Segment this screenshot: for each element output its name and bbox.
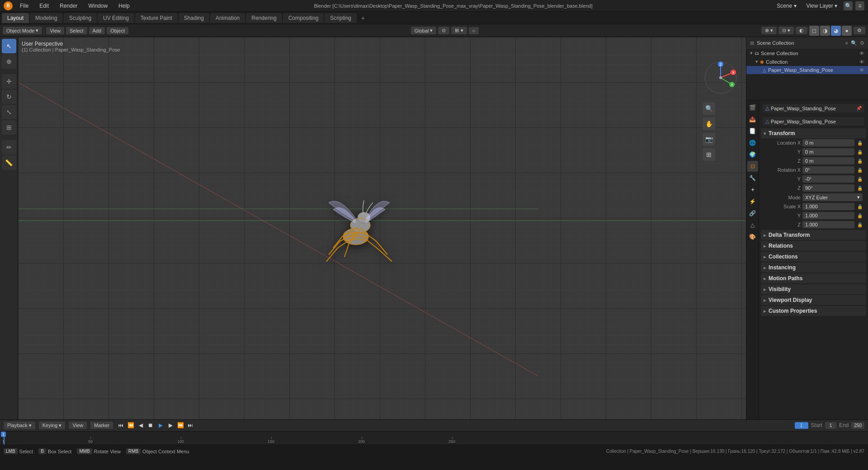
next-keyframe-btn[interactable]: ⏩ xyxy=(176,421,184,429)
render-props-icon[interactable]: 🎬 xyxy=(747,102,758,113)
scale-x-lock[interactable]: 🔒 xyxy=(857,204,863,209)
proportional-edit[interactable]: ○ xyxy=(469,27,479,34)
outliner-scene-collection[interactable]: ▾ 🗂 Scene Collection 👁 xyxy=(746,49,868,57)
location-y-value[interactable]: 0 m xyxy=(802,148,854,155)
view-menu-timeline[interactable]: View xyxy=(69,422,87,429)
blender-logo[interactable]: B xyxy=(4,1,13,10)
scale-z-lock[interactable]: 🔒 xyxy=(857,222,863,227)
select-menu[interactable]: Select xyxy=(66,27,87,34)
collections-header[interactable]: ▸ Collections xyxy=(761,252,866,262)
visibility-icon[interactable]: 👁 xyxy=(859,51,864,56)
tab-uv-editing[interactable]: UV Editing xyxy=(98,13,134,23)
tool-scale[interactable]: ⤡ xyxy=(2,105,16,119)
overlays-btn[interactable]: ⊙ ▾ xyxy=(778,27,794,34)
constraints-props-icon[interactable]: 🔗 xyxy=(747,208,758,219)
keying-menu[interactable]: Keying ▾ xyxy=(39,422,66,429)
gizmos-btn[interactable]: ⊕ ▾ xyxy=(761,27,777,34)
material-props-icon[interactable]: 🎨 xyxy=(747,231,758,242)
menu-edit[interactable]: Edit xyxy=(36,2,52,10)
scale-y-lock[interactable]: 🔒 xyxy=(857,213,863,218)
view-menu[interactable]: View xyxy=(46,27,64,34)
outliner-search[interactable]: 🔍 xyxy=(851,40,857,46)
outliner-filter[interactable]: ≡ xyxy=(845,40,848,46)
object-mode-dropdown[interactable]: Object Mode ▾ xyxy=(3,27,42,34)
menu-help[interactable]: Help xyxy=(115,2,133,10)
shading-wireframe[interactable]: ◻ xyxy=(809,26,819,36)
tab-add[interactable]: + xyxy=(358,13,368,24)
start-frame[interactable]: 1 xyxy=(825,422,836,429)
view-layer-dropdown[interactable]: View Layer ▾ xyxy=(803,2,841,10)
timeline-ruler[interactable]: 1 50 100 150 200 250 xyxy=(0,432,868,445)
shading-render[interactable]: ● xyxy=(842,26,852,36)
scene-props-icon[interactable]: 🌐 xyxy=(747,137,758,148)
camera-btn[interactable]: 📷 xyxy=(703,133,715,146)
location-y-lock[interactable]: 🔒 xyxy=(857,150,863,155)
tab-modeling[interactable]: Modeling xyxy=(30,13,63,23)
global-transform[interactable]: Global ▾ xyxy=(411,27,437,34)
outliner-object[interactable]: △ Paper_Wasp_Standing_Pose 👁 xyxy=(746,66,868,74)
tool-select[interactable]: ↖ xyxy=(2,39,16,53)
tab-scripting[interactable]: Scripting xyxy=(325,13,357,23)
rotation-y-value[interactable]: -0° xyxy=(802,175,854,183)
tab-compositing[interactable]: Compositing xyxy=(283,13,324,23)
scale-y-value[interactable]: 1.000 xyxy=(802,212,854,219)
tab-sculpting[interactable]: Sculpting xyxy=(64,13,97,23)
outliner-options[interactable]: ⚙ xyxy=(860,40,864,46)
tab-shading[interactable]: Shading xyxy=(179,13,209,23)
shading-solid[interactable]: ◑ xyxy=(820,26,830,36)
object-visibility[interactable]: 👁 xyxy=(859,67,864,73)
prev-keyframe-btn[interactable]: ⏪ xyxy=(127,421,135,429)
shading-material[interactable]: ◕ xyxy=(831,26,841,36)
search-btn[interactable]: 🔍 xyxy=(844,1,853,10)
object-props-icon[interactable]: ⊡ xyxy=(747,161,758,172)
marker-menu[interactable]: Marker xyxy=(90,422,113,429)
location-x-lock[interactable]: 🔒 xyxy=(857,141,863,146)
location-x-value[interactable]: 0 m xyxy=(802,139,854,146)
scene-dropdown[interactable]: Scene ▾ xyxy=(773,2,800,10)
tool-move[interactable]: ✛ xyxy=(2,74,16,89)
output-props-icon[interactable]: 📤 xyxy=(747,114,758,125)
rotation-z-value[interactable]: 90° xyxy=(802,184,854,192)
tab-layout[interactable]: Layout xyxy=(2,13,29,23)
motion-paths-header[interactable]: ▸ Motion Paths xyxy=(761,273,866,283)
snap-btn[interactable]: ⊞ ▾ xyxy=(451,27,467,34)
editor-type[interactable]: ⚙ xyxy=(854,27,865,34)
rotation-mode-dropdown[interactable]: XYZ Euler ▾ xyxy=(802,193,863,201)
current-frame[interactable]: 1 xyxy=(795,422,808,429)
end-frame[interactable]: 250 xyxy=(851,422,864,429)
tool-rotate[interactable]: ↻ xyxy=(2,89,16,104)
viewport-display-header[interactable]: ▸ Viewport Display xyxy=(761,295,866,305)
pivot-point[interactable]: ⊙ xyxy=(438,27,449,34)
rotation-y-lock[interactable]: 🔒 xyxy=(857,177,863,182)
transform-header[interactable]: ▾ Transform xyxy=(761,128,866,138)
add-menu[interactable]: Add xyxy=(89,27,105,34)
data-props-icon[interactable]: △ xyxy=(747,220,758,230)
menu-file[interactable]: File xyxy=(16,2,32,10)
tab-rendering[interactable]: Rendering xyxy=(246,13,282,23)
hand-btn[interactable]: ✋ xyxy=(703,118,715,130)
grid-btn[interactable]: ⊞ xyxy=(703,148,715,161)
physics-props-icon[interactable]: ⚡ xyxy=(747,196,758,207)
tool-transform[interactable]: ⊞ xyxy=(2,120,16,135)
rotation-z-lock[interactable]: 🔒 xyxy=(857,186,863,191)
tool-annotate[interactable]: ✏ xyxy=(2,140,16,155)
jump-prev-btn[interactable]: ◀ xyxy=(137,421,145,429)
play-btn[interactable]: ▶ xyxy=(156,421,165,429)
tool-measure[interactable]: 📏 xyxy=(2,155,16,170)
jump-next-btn[interactable]: ▶ xyxy=(166,421,175,429)
jump-end-btn[interactable]: ⏭ xyxy=(186,421,194,429)
tab-animation[interactable]: Animation xyxy=(210,13,245,23)
location-z-lock[interactable]: 🔒 xyxy=(857,159,863,164)
jump-start-btn[interactable]: ⏮ xyxy=(117,421,125,429)
viewport-gizmo[interactable]: Z Y X xyxy=(703,60,739,96)
collection-visibility[interactable]: 👁 xyxy=(859,59,864,65)
particles-props-icon[interactable]: ✦ xyxy=(747,184,758,195)
rotation-x-lock[interactable]: 🔒 xyxy=(857,168,863,173)
outliner-collection[interactable]: ▾ ◉ Collection 👁 xyxy=(746,57,868,66)
stop-btn[interactable]: ⏹ xyxy=(146,421,155,429)
tool-cursor[interactable]: ⊕ xyxy=(2,54,16,69)
custom-properties-header[interactable]: ▸ Custom Properties xyxy=(761,306,866,316)
rotation-x-value[interactable]: 0° xyxy=(802,166,854,174)
modifier-props-icon[interactable]: 🔧 xyxy=(747,173,758,183)
menu-render[interactable]: Render xyxy=(56,2,81,10)
